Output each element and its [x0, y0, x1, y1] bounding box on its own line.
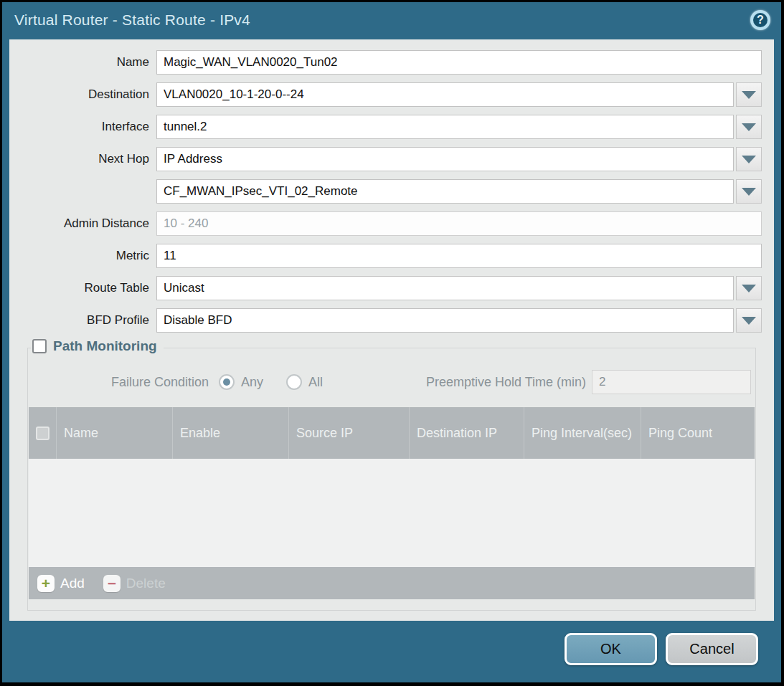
dialog-titlebar: Virtual Router - Static Route - IPv4 ? — [2, 2, 781, 38]
bfd-profile-input[interactable] — [156, 308, 734, 333]
metric-label: Metric — [22, 249, 156, 263]
chevron-down-icon — [742, 317, 756, 325]
interface-label: Interface — [22, 120, 156, 134]
interface-dropdown-button[interactable] — [736, 115, 762, 139]
path-monitoring-section: Path Monitoring Failure Condition Any Al… — [27, 348, 756, 611]
next-hop-label: Next Hop — [22, 152, 156, 166]
next-hop-type-input[interactable] — [156, 147, 734, 171]
route-table-dropdown-button[interactable] — [736, 276, 762, 300]
column-header-destination-ip[interactable]: Destination IP — [409, 407, 524, 459]
select-all-checkbox[interactable] — [36, 427, 49, 440]
form-row-route-table: Route Table — [22, 276, 762, 300]
preemptive-hold-time-label: Preemptive Hold Time (min) — [426, 375, 586, 390]
help-icon[interactable]: ? — [750, 10, 770, 30]
admin-distance-label: Admin Distance — [22, 216, 156, 231]
path-monitoring-table: Name Enable Source IP Destination IP Pin… — [29, 407, 755, 599]
next-hop-value-input[interactable] — [156, 179, 734, 204]
failure-condition-label: Failure Condition — [111, 375, 209, 390]
bfd-profile-label: BFD Profile — [22, 313, 156, 328]
failure-condition-any-label: Any — [241, 375, 263, 390]
interface-input[interactable] — [156, 115, 734, 139]
delete-button-label: Delete — [126, 576, 166, 591]
failure-condition-any-radio[interactable] — [219, 374, 235, 390]
route-table-label: Route Table — [22, 281, 156, 295]
form-row-interface: Interface — [22, 115, 762, 139]
column-header-source-ip[interactable]: Source IP — [288, 407, 409, 459]
chevron-down-icon — [742, 123, 756, 131]
path-monitoring-checkbox[interactable] — [32, 339, 47, 353]
form-row-metric: Metric — [22, 244, 762, 268]
destination-label: Destination — [22, 87, 156, 102]
form-row-bfd-profile: BFD Profile — [22, 308, 762, 333]
column-header-ping-interval[interactable]: Ping Interval(sec) — [524, 407, 641, 459]
failure-condition-all-radio[interactable] — [286, 374, 302, 390]
table-footer-toolbar: + Add − Delete — [29, 567, 755, 599]
path-monitoring-legend: Path Monitoring — [31, 338, 164, 354]
cancel-button[interactable]: Cancel — [666, 633, 758, 665]
column-header-enable[interactable]: Enable — [172, 407, 288, 459]
dialog-body: Name Destination Interface Next Hop Admi… — [9, 39, 774, 621]
table-body-empty — [29, 459, 755, 567]
table-header-select — [29, 407, 56, 459]
chevron-down-icon — [742, 156, 756, 163]
bfd-profile-dropdown-button[interactable] — [736, 308, 762, 333]
next-hop-type-dropdown-button[interactable] — [736, 147, 762, 171]
minus-icon: − — [103, 575, 121, 592]
chevron-down-icon — [742, 91, 756, 99]
name-label: Name — [22, 55, 156, 70]
dialog-title: Virtual Router - Static Route - IPv4 — [14, 11, 250, 29]
route-table-input[interactable] — [156, 276, 734, 300]
add-button[interactable]: + Add — [37, 575, 85, 592]
column-header-name[interactable]: Name — [56, 407, 172, 459]
destination-dropdown-button[interactable] — [736, 82, 762, 107]
form-row-next-hop-type: Next Hop — [22, 147, 762, 171]
destination-input[interactable] — [156, 82, 734, 107]
table-header-row: Name Enable Source IP Destination IP Pin… — [29, 407, 755, 459]
admin-distance-input[interactable] — [156, 211, 762, 236]
ok-button[interactable]: OK — [565, 633, 657, 665]
preemptive-hold-time-input[interactable] — [592, 370, 751, 394]
path-monitoring-title: Path Monitoring — [53, 338, 157, 354]
next-hop-value-dropdown-button[interactable] — [736, 179, 762, 204]
failure-condition-all-label: All — [308, 375, 323, 390]
form-row-name: Name — [22, 50, 762, 75]
form-row-destination: Destination — [22, 82, 762, 107]
chevron-down-icon — [742, 285, 756, 292]
chevron-down-icon — [742, 188, 756, 196]
form-row-admin-distance: Admin Distance — [22, 211, 762, 236]
path-monitoring-options-row: Failure Condition Any All Preemptive Hol… — [28, 369, 755, 395]
delete-button[interactable]: − Delete — [103, 575, 166, 592]
add-button-label: Add — [60, 576, 85, 591]
name-input[interactable] — [156, 50, 762, 75]
form-row-next-hop-value — [22, 179, 762, 204]
static-route-dialog: Virtual Router - Static Route - IPv4 ? N… — [2, 2, 781, 682]
metric-input[interactable] — [156, 244, 762, 268]
plus-icon: + — [37, 575, 55, 592]
column-header-ping-count[interactable]: Ping Count — [641, 407, 755, 459]
